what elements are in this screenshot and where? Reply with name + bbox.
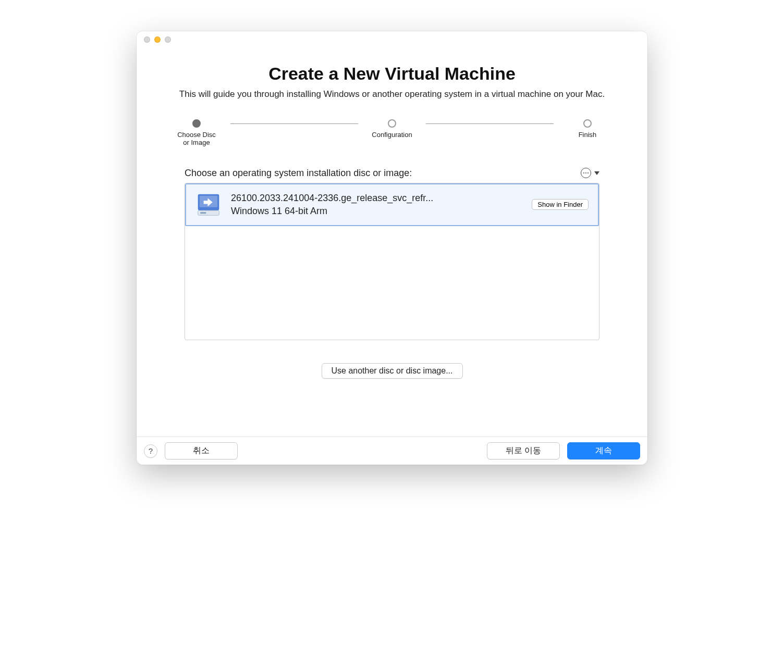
disc-item-text: 26100.2033.241004-2336.ge_release_svc_re… [231,193,522,217]
footer: ? 취소 뒤로 이동 계속 [137,437,647,465]
step-label: Choose Disc or Image [177,131,216,147]
use-another-row: Use another disc or disc image... [163,363,621,379]
cancel-button[interactable]: 취소 [165,442,238,459]
vm-wizard-window: Create a New Virtual Machine This will g… [137,31,647,465]
step-label: Finish [579,131,597,139]
disc-list-item[interactable]: 26100.2033.241004-2336.ge_release_svc_re… [185,183,599,226]
step-finish: Finish [554,119,621,139]
step-choose-disc: Choose Disc or Image [163,119,230,147]
section-prompt: Choose an operating system installation … [185,168,412,179]
back-button[interactable]: 뒤로 이동 [487,442,560,459]
step-indicator-icon [192,119,201,128]
disc-list[interactable]: 26100.2033.241004-2336.ge_release_svc_re… [185,183,599,340]
content-area: Create a New Virtual Machine This will g… [137,48,647,437]
help-button[interactable]: ? [144,444,157,458]
step-connector [426,123,554,124]
section-header: Choose an operating system installation … [163,168,621,179]
disc-item-title: 26100.2033.241004-2336.ge_release_svc_re… [231,193,522,204]
continue-button[interactable]: 계속 [567,442,640,459]
step-label: Configuration [372,131,412,139]
step-configuration: Configuration [358,119,426,139]
disc-item-subtitle: Windows 11 64-bit Arm [231,206,522,217]
more-options-icon[interactable] [581,168,591,178]
stepper: Choose Disc or Image Configuration Finis… [163,119,621,147]
chevron-down-icon[interactable] [594,171,599,175]
window-minimize-button[interactable] [154,36,161,43]
svg-rect-3 [200,212,206,214]
page-title: Create a New Virtual Machine [163,64,621,84]
titlebar [137,31,647,48]
step-indicator-icon [388,119,396,128]
window-close-button[interactable] [144,36,150,43]
window-zoom-button[interactable] [165,36,171,43]
step-indicator-icon [583,119,592,128]
show-in-finder-button[interactable]: Show in Finder [532,199,589,210]
section-actions [581,168,599,178]
disk-image-icon [195,192,222,218]
step-connector [230,123,358,124]
use-another-disc-button[interactable]: Use another disc or disc image... [322,363,463,379]
page-subtitle: This will guide you through installing W… [179,88,605,101]
